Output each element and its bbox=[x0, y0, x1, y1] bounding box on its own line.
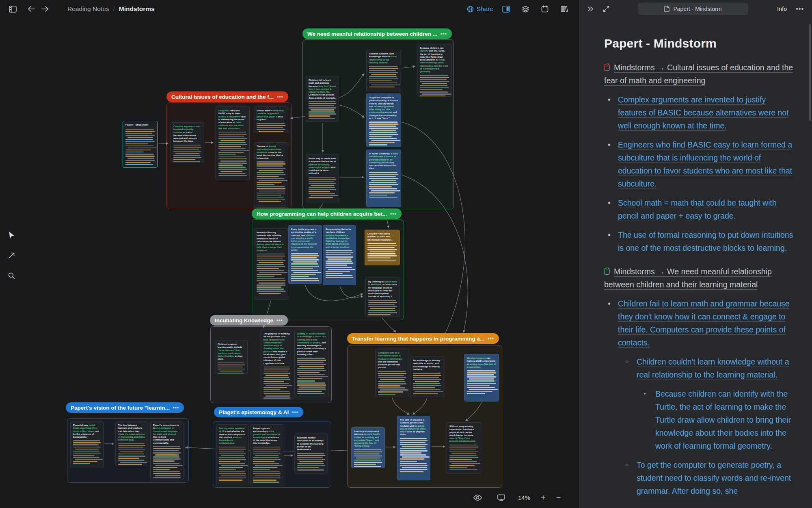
group-menu-icon[interactable]: ••• bbox=[441, 31, 447, 37]
search-icon[interactable] bbox=[5, 269, 18, 282]
group-header-piaget[interactable]: Piaget's epistemology & AI••• bbox=[214, 407, 303, 417]
card-important-question[interactable]: The important question of AI is not whet… bbox=[216, 424, 249, 486]
card-learning-program[interactable]: Learning to program is learning become h… bbox=[351, 427, 385, 468]
doc-bullet[interactable]: School math = math that could be taught … bbox=[604, 196, 795, 222]
group-header-how-programming[interactable]: How programming can help children acquir… bbox=[252, 208, 402, 219]
group-menu-icon[interactable]: ••• bbox=[276, 317, 283, 323]
doc-bullet[interactable]: The use of formal reasoning to put down … bbox=[604, 228, 795, 254]
group-menu-icon[interactable]: ••• bbox=[173, 405, 179, 410]
panel-tab[interactable]: Papert - Mindstorm bbox=[638, 3, 748, 15]
whiteboard-canvas[interactable]: We need meanful relationship between chi… bbox=[0, 0, 579, 508]
card-text-line bbox=[309, 189, 336, 190]
doc-bullet[interactable]: Engineers who find BASIC easy to learn f… bbox=[604, 138, 795, 190]
card-purpose-working[interactable]: The purpose of working on the problem is… bbox=[261, 330, 293, 399]
expand-panel-icon[interactable] bbox=[600, 3, 612, 15]
card-bourbaki[interactable]: Bourbaki mother structures is an attempt… bbox=[294, 434, 328, 473]
doc-bullet-text: Because children can identify with the T… bbox=[655, 389, 791, 450]
card-text-line bbox=[118, 458, 139, 459]
card-line-between[interactable]: The line between learners and teachers c… bbox=[115, 421, 148, 466]
card-text-line bbox=[369, 142, 395, 143]
group-menu-icon[interactable]: ••• bbox=[488, 336, 494, 341]
card-powerful-social[interactable]: Powerful new social forms must have thei… bbox=[70, 421, 104, 468]
arrow-connector-icon[interactable] bbox=[5, 249, 18, 262]
card-papert-mini[interactable]: Papert - Mindstorm bbox=[123, 121, 158, 168]
card-better-way[interactable]: Better way to teach math = empower the l… bbox=[306, 154, 339, 202]
back-arrow-icon[interactable] bbox=[24, 3, 38, 15]
card-text-line bbox=[218, 152, 244, 154]
card-text-line bbox=[297, 362, 324, 363]
card-natural-paths[interactable]: Children's natural learning paths includ… bbox=[215, 340, 248, 374]
card-text-line bbox=[259, 272, 287, 274]
calendar-icon[interactable] bbox=[538, 3, 552, 15]
zoom-level[interactable]: 14% bbox=[518, 494, 530, 501]
group-menu-icon[interactable]: ••• bbox=[292, 409, 298, 415]
card-computer-transitional[interactable]: Computer acts as a transitional object t… bbox=[375, 349, 409, 397]
card-engineers[interactable]: Engineers who find BASIC easy to learn f… bbox=[216, 106, 250, 180]
card-text-line bbox=[173, 159, 195, 160]
card-school-math[interactable]: School math = math that could be taught … bbox=[254, 106, 288, 133]
card-complex-arguments[interactable]: Complex arguments are invented to justif… bbox=[171, 122, 204, 163]
card-because-identify[interactable]: Because children can identify with the T… bbox=[417, 44, 452, 97]
card-instead-forcing[interactable]: Instead of forcing students into rejecti… bbox=[254, 228, 288, 300]
card-text-line bbox=[420, 87, 449, 89]
card-text-line bbox=[449, 457, 478, 458]
card-children-active[interactable]: Children = the active builders of their … bbox=[365, 230, 400, 265]
card-turtle-geometry[interactable]: In Turtle Geometry, a math idea become a… bbox=[366, 150, 401, 207]
group-menu-icon[interactable]: ••• bbox=[390, 211, 397, 217]
card-text-line bbox=[309, 183, 336, 184]
card-text-line bbox=[218, 136, 244, 137]
card-children-fail[interactable]: Children fail to learn math and grammar … bbox=[306, 76, 339, 122]
card-piaget-genetic[interactable]: Piaget's genetic epistemology = the gene… bbox=[250, 424, 283, 486]
group-header-transfer[interactable]: Transfer learning that happens in progra… bbox=[347, 333, 499, 344]
card-skill-breaking[interactable]: The skill of breaking a complex process … bbox=[397, 416, 430, 480]
card-text-line bbox=[402, 456, 430, 458]
right-panel-toggle-icon[interactable] bbox=[499, 3, 513, 15]
card-papert-commitment[interactable]: Papert's commitment is to use computer t… bbox=[150, 421, 184, 480]
breadcrumb-parent[interactable]: Reading Notes bbox=[67, 5, 109, 13]
tag-library-icon[interactable] bbox=[557, 3, 571, 15]
zoom-in-icon[interactable]: + bbox=[541, 493, 546, 501]
card-text-line bbox=[326, 277, 353, 278]
card-formal-reasoning[interactable]: The use of formal reasoning to put down … bbox=[254, 142, 288, 208]
card-text-line bbox=[467, 372, 496, 373]
forward-arrow-icon[interactable] bbox=[38, 3, 52, 15]
card-without-programming[interactable]: Without programming experience, learning… bbox=[447, 422, 481, 474]
card-children-couldnt[interactable]: Children couldn't learn knowledge withou… bbox=[366, 50, 401, 92]
card-to-get-poetry[interactable]: To get the computer to generate poetry, … bbox=[366, 93, 401, 147]
present-display-icon[interactable] bbox=[495, 491, 508, 504]
card-getting-know[interactable]: Getting to know a domain of knowledge is… bbox=[294, 330, 329, 397]
doc-bullet[interactable]: To get the computer to generate poetry, … bbox=[623, 458, 795, 497]
panel-scrollbar[interactable] bbox=[809, 24, 811, 121]
doc-section-link[interactable]: Mindstorms → We need meanful relationshi… bbox=[604, 265, 795, 291]
doc-section-link[interactable]: Mindstorms → Cultural issues of educatio… bbox=[604, 61, 795, 87]
collapse-panel-icon[interactable] bbox=[585, 3, 597, 15]
group-menu-icon[interactable]: ••• bbox=[277, 94, 283, 100]
group-header-we-need[interactable]: We need meanful relationship between chi… bbox=[302, 28, 452, 39]
card-text-line bbox=[257, 125, 285, 126]
doc-bullet[interactable]: Children fail to learn math and grammar … bbox=[604, 297, 795, 349]
presentation-eye-icon[interactable] bbox=[471, 491, 484, 504]
left-sidebar-toggle-icon[interactable] bbox=[6, 3, 19, 15]
zoom-out-icon[interactable]: − bbox=[556, 493, 561, 501]
card-text-line bbox=[378, 385, 400, 386]
share-button[interactable]: Share bbox=[467, 5, 493, 13]
card-no-knowledge[interactable]: No knowledge is entirely reducible to wo… bbox=[410, 356, 444, 397]
group-header-incubating[interactable]: Incubating Knowledge••• bbox=[210, 315, 288, 326]
group-header-cultural[interactable]: Cultural issues of education and the f..… bbox=[166, 91, 288, 102]
panel-more-icon[interactable]: ••• bbox=[793, 5, 806, 13]
group-header-papert-vision[interactable]: Papert's vision of the future "learnin..… bbox=[66, 402, 184, 413]
doc-bullet[interactable]: Children couldn't learn knowledge withou… bbox=[623, 355, 795, 381]
doc-bullet[interactable]: Complex arguments are invented to justif… bbox=[604, 93, 795, 132]
doc-bullet-text: Engineers who find BASIC easy to learn f… bbox=[618, 140, 792, 188]
select-cursor-icon[interactable] bbox=[5, 228, 18, 241]
card-library-icon[interactable] bbox=[518, 3, 532, 15]
card-word-processors[interactable]: Word processors can make a child's exper… bbox=[464, 354, 499, 402]
doc-bullet[interactable]: Because children can identify with the T… bbox=[641, 387, 795, 452]
card-speak-math[interactable]: By learning to speak math in Mathland, a… bbox=[365, 278, 400, 317]
card-text-line bbox=[467, 393, 485, 394]
card-programming-turtle[interactable]: Programming the turtle can help children… bbox=[323, 225, 356, 285]
info-button[interactable]: Info bbox=[774, 4, 790, 14]
card-every-turtle[interactable]: Every turtle program is an intuitive ana… bbox=[288, 225, 322, 284]
card-text-line bbox=[309, 107, 336, 109]
card-text-line bbox=[257, 266, 285, 267]
